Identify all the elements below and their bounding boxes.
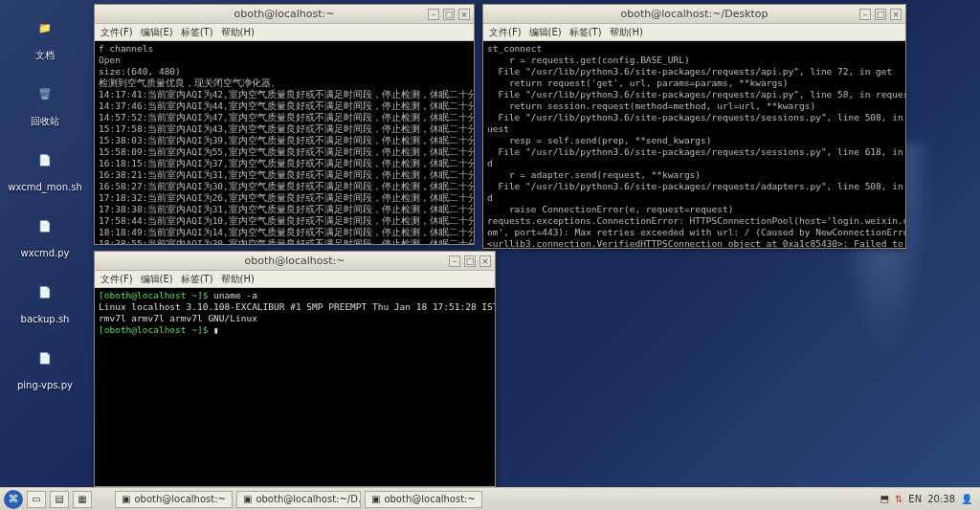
file-manager-button[interactable]: ▤ [50,491,69,508]
desktop-icon-label: wxcmd_mon.sh [8,182,81,192]
cursor: ▮ [213,324,219,335]
system-tray: ⬒ ⇅ EN 20:38 👤 [880,494,976,504]
terminal-window-traceback[interactable]: oboth@localhost:~/Desktop – □ × 文件(F) 编辑… [482,4,906,249]
terminal-window-uname[interactable]: oboth@localhost:~ – □ × 文件(F) 编辑(E) 标签(T… [94,251,496,487]
desktop-icon[interactable]: 📄backup.sh [11,272,78,324]
desktop-icon-label: wxcmd.py [21,248,70,258]
shell-output: Linux localhost 3.10.108-EXCALIBUR #1 SM… [99,301,495,312]
minimize-button[interactable]: – [449,255,460,267]
workspace-switcher[interactable]: ▦ [73,491,92,508]
clock[interactable]: 20:38 [927,494,955,504]
titlebar[interactable]: oboth@localhost:~/Desktop – □ × [483,5,905,24]
menu-file[interactable]: 文件(F) [100,26,133,39]
menu-tabs[interactable]: 标签(T) [569,26,602,39]
menubar: 文件(F) 编辑(E) 标签(T) 帮助(H) [483,24,905,41]
desktop-icon[interactable]: 📄ping-vps.py [11,338,78,390]
terminal-icon: ▣ [122,494,130,504]
menubar: 文件(F) 编辑(E) 标签(T) 帮助(H) [95,271,495,288]
desktop-icon[interactable]: 📄wxcmd.py [11,206,78,258]
shell-prompt: [oboth@localhost ~]$ [99,290,213,300]
update-icon[interactable]: ⬒ [880,494,889,504]
menu-edit[interactable]: 编辑(E) [529,26,562,39]
task-button[interactable]: ▣oboth@localhost:~ [365,491,482,508]
task-label: oboth@localhost:~ [134,494,225,504]
close-button[interactable]: × [890,9,902,20]
show-desktop-button[interactable]: ▭ [27,491,46,508]
window-title: oboth@localhost:~ [234,8,334,20]
task-button[interactable]: ▣oboth@localhost:~/D… [236,491,361,508]
file-icon: 📄 [25,140,65,180]
terminal-icon: ▣ [243,494,252,504]
menu-help[interactable]: 帮助(H) [221,26,255,39]
menubar: 文件(F) 编辑(E) 标签(T) 帮助(H) [95,24,474,41]
language-indicator[interactable]: EN [908,494,922,504]
desktop-icon[interactable]: 🗑️回收站 [11,74,78,126]
shell-command: uname -a [213,290,257,300]
maximize-button[interactable]: □ [443,9,455,20]
close-button[interactable]: × [458,9,470,20]
file-icon: 📄 [25,338,65,378]
terminal-body[interactable]: [oboth@localhost ~]$ uname -a Linux loca… [95,288,495,486]
terminal-icon: ▣ [371,494,380,504]
task-button[interactable]: ▣oboth@localhost:~ [115,491,233,508]
desktop-icon-label: 文档 [35,50,55,60]
menu-edit[interactable]: 编辑(E) [141,26,173,39]
trash-icon: 🗑️ [25,74,65,114]
menu-file[interactable]: 文件(F) [489,26,522,39]
network-icon[interactable]: ⇅ [895,494,902,504]
menu-help[interactable]: 帮助(H) [221,273,255,286]
terminal-window-aqi[interactable]: oboth@localhost:~ – □ × 文件(F) 编辑(E) 标签(T… [94,4,475,245]
terminal-body[interactable]: f channels Open size:(640, 480) 检测到空气质量优… [95,41,474,244]
menu-edit[interactable]: 编辑(E) [141,273,173,286]
desktop-icon-label: 回收站 [31,116,59,126]
desktop-icon[interactable]: 📄wxcmd_mon.sh [11,140,78,192]
titlebar[interactable]: oboth@localhost:~ – □ × [95,252,495,271]
desktop-icon-label: backup.sh [21,314,70,324]
desktop-icon-label: ping-vps.py [17,380,73,390]
maximize-button[interactable]: □ [464,255,476,267]
minimize-button[interactable]: – [859,9,871,20]
terminal-body[interactable]: st_connect r = requests.get(config.BASE_… [483,41,905,248]
maximize-button[interactable]: □ [875,9,886,20]
shell-prompt: [oboth@localhost ~]$ [99,324,213,335]
shell-output: rmv7l armv7l armv7l GNU/Linux [99,313,257,323]
window-title: oboth@localhost:~ [244,255,345,267]
task-label: oboth@localhost:~/D… [256,494,361,504]
user-menu-icon[interactable]: 👤 [961,494,972,504]
window-title: oboth@localhost:~/Desktop [620,8,768,20]
menu-help[interactable]: 帮助(H) [610,26,643,39]
task-label: oboth@localhost:~ [384,494,475,504]
folder-icon: 📁 [25,8,65,48]
file-icon: 📄 [25,272,65,312]
menu-tabs[interactable]: 标签(T) [181,26,213,39]
file-icon: 📄 [25,206,65,246]
start-button[interactable]: ⌘ [4,490,23,509]
menu-tabs[interactable]: 标签(T) [181,273,213,286]
taskbar: ⌘ ▭ ▤ ▦ ▣oboth@localhost:~ ▣oboth@localh… [0,487,980,510]
close-button[interactable]: × [479,255,491,267]
desktop-icon-area: 📁文档 🗑️回收站 📄wxcmd_mon.sh 📄wxcmd.py 📄backu… [11,8,78,390]
minimize-button[interactable]: – [428,9,439,20]
desktop-icon[interactable]: 📁文档 [11,8,78,60]
menu-file[interactable]: 文件(F) [100,273,133,286]
titlebar[interactable]: oboth@localhost:~ – □ × [95,5,474,24]
